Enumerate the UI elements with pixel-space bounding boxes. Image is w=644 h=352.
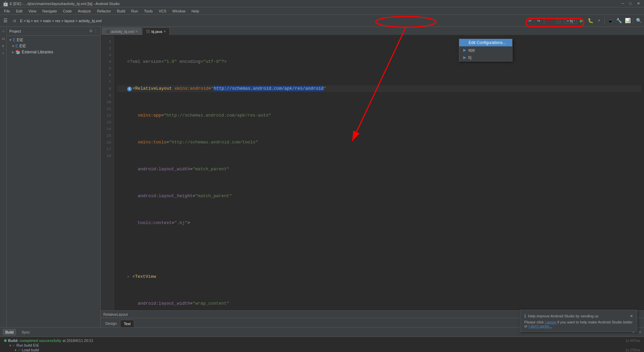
code-line-6: android:layout_height="match_parent" <box>117 193 641 200</box>
back-button[interactable]: ◁ <box>10 17 18 25</box>
toolbar-sep-4 <box>633 17 633 24</box>
tree-item-external-libs[interactable]: ▸ 📚 External Libraries <box>7 49 100 55</box>
avd-button[interactable]: 📱 <box>606 17 614 25</box>
redo-button[interactable]: ↪ <box>535 17 543 25</box>
menubar-item-help[interactable]: Help <box>189 8 202 14</box>
tree-item-label-2: E\E <box>19 44 26 48</box>
line-num-15: 15 <box>102 132 112 139</box>
notification-panel: ℹ Help improve Android Studio by sending… <box>520 310 637 332</box>
sidebar-settings-icon[interactable]: ⚙ <box>89 29 93 33</box>
maximize-button[interactable]: □ <box>628 1 633 6</box>
menubar-item-code[interactable]: Code <box>60 8 74 14</box>
main-layout: ◁ 🗂 ⚙ ⬇ Project ⚙ ⋮ ▾ E E\E ▾ E E\E <box>0 27 644 327</box>
tree-library-icon: 📚 <box>15 50 20 54</box>
left-panel-icons: ◁ 🗂 ⚙ ⬇ <box>0 27 7 327</box>
menubar-item-vcs[interactable]: VCS <box>156 8 169 14</box>
notification-info-icon: ℹ <box>524 313 526 319</box>
tab-java-icon: ⬛ <box>146 30 150 33</box>
sdk-button[interactable]: 🔧 <box>615 17 623 25</box>
build-time-2: 1s 270ms <box>620 348 640 352</box>
panel-icon-2[interactable]: ⚙ <box>0 43 6 49</box>
profile-button[interactable]: 📊 <box>624 17 632 25</box>
disagree-link[interactable]: I don't agree... <box>529 324 552 328</box>
menubar-item-window[interactable]: Window <box>170 8 188 14</box>
code-content[interactable]: <?xml version="1.0" encoding="utf-8"?> C… <box>114 36 644 310</box>
line-num-14: 14 <box>102 126 112 132</box>
sidebar-title: Project <box>9 29 21 33</box>
build-content: Build: completed successfully at 2018/6/… <box>0 337 644 352</box>
menubar-item-file[interactable]: File <box>1 8 13 14</box>
code-editor[interactable]: 1 2 3 4 5 6 7 8 9 10 11 12 13 14 15 16 1… <box>101 36 644 310</box>
layout-type: RelativeLayout <box>103 312 128 316</box>
code-line-4: xmlns:tools="http://schemas.android.com/… <box>117 139 641 146</box>
build-close-icon[interactable]: ✕ <box>639 329 641 335</box>
minimize-button[interactable]: ─ <box>620 1 626 6</box>
tab-text[interactable]: Text <box>120 320 134 327</box>
tree-item-root[interactable]: ▾ E E\E <box>7 37 100 43</box>
menubar-item-analyze[interactable]: Analyze <box>75 8 94 14</box>
titlebar-title: E [E\E] - ...bj\src\main\res\layout\acti… <box>10 2 120 6</box>
edit-configurations-item[interactable]: ✏ Edit Configurations... <box>459 39 512 46</box>
titlebar: 🤖 E [E\E] - ...bj\src\main\res\layout\ac… <box>0 0 644 7</box>
project-tree: ▾ E E\E ▾ E E\E ▸ 📚 External Libraries <box>7 36 100 327</box>
build-tab-label: Build <box>5 330 13 334</box>
search-button[interactable]: 🔍 <box>635 17 643 25</box>
line-num-11: 11 <box>102 105 112 112</box>
run-debug-button[interactable]: ▶ <box>546 17 554 25</box>
config-bj-item[interactable]: ▶ bj <box>459 54 512 61</box>
menubar-item-edit[interactable]: Edit <box>13 8 25 14</box>
line-num-10: 10 <box>102 99 112 105</box>
tab-design[interactable]: Design <box>102 320 120 327</box>
tab-text-label: Text <box>124 322 130 326</box>
sidebar-header: Project ⚙ ⋮ <box>7 27 100 36</box>
build-line-2[interactable]: ▾ ✓ Load build 1s 270ms <box>3 348 641 352</box>
stop-button[interactable]: ⬛ <box>554 17 562 25</box>
breadcrumb-toolbar: E > bj > src > main > res > layout > act… <box>19 19 103 23</box>
run-config-selector[interactable]: ▶ bj ▾ <box>566 18 577 24</box>
sync-tab[interactable]: Sync <box>19 329 32 336</box>
app-config-label: app <box>468 48 475 52</box>
run-button[interactable]: ▶ <box>578 17 586 25</box>
menubar-item-navigate[interactable]: Navigate <box>40 8 59 14</box>
project-view-button[interactable]: ☰ <box>1 17 9 25</box>
build-tab[interactable]: Build <box>3 329 16 336</box>
line-num-13: 13 <box>102 119 112 126</box>
build-time-label: at 2018/6/11 20:21 <box>62 339 93 343</box>
collapse-icon[interactable]: ◁ <box>0 28 6 34</box>
build-line-0[interactable]: Build: completed successfully at 2018/6/… <box>3 338 641 343</box>
tab-bj-java[interactable]: ⬛ bj.java ✕ <box>142 28 170 35</box>
tree-expand-icon-2: ▾ <box>12 44 14 48</box>
config-app-item[interactable]: ▶ app <box>459 46 512 54</box>
close-button[interactable]: ✕ <box>636 1 641 6</box>
sidebar: Project ⚙ ⋮ ▾ E E\E ▾ E E\E ▸ 📚 External… <box>7 27 101 327</box>
menubar-item-build[interactable]: Build <box>114 8 128 14</box>
build-line-1[interactable]: ▾ ✓ Run build E\E <box>3 343 641 348</box>
tabs-bar: ⬛ activity_bj.xml ✕ ⬛ bj.java ✕ <box>101 27 644 36</box>
tree-item-label-3: External Libraries <box>22 50 53 54</box>
bj-icon: ▶ <box>463 55 466 60</box>
toolbar-run-area: ↩ ↪ ▶ ⬛ ▶ bj ▾ ▶ 🐛 ⚡ 📱 🔧 📊 🔍 <box>526 17 643 25</box>
menubar-item-view[interactable]: View <box>26 8 39 14</box>
code-line-8 <box>117 247 641 253</box>
code-line-3: xmlns:app="http://schemas.android.com/ap… <box>117 112 641 119</box>
tree-item-module[interactable]: ▾ E E\E <box>7 43 100 49</box>
tree-item-label: E\E <box>17 38 23 42</box>
panel-icon-3[interactable]: ⬇ <box>0 50 6 56</box>
toolbar: ☰ ◁ E > bj > src > main > res > layout >… <box>0 15 644 27</box>
tab-activity-bj-xml[interactable]: ⬛ activity_bj.xml ✕ <box>102 28 142 35</box>
tab-close-xml[interactable]: ✕ <box>135 30 138 33</box>
coverage-button[interactable]: ⚡ <box>595 17 603 25</box>
toolbar-sep-3 <box>604 17 605 24</box>
agree-link[interactable]: I agree <box>545 320 556 324</box>
tab-close-java[interactable]: ✕ <box>163 30 166 33</box>
panel-icon-1[interactable]: 🗂 <box>0 36 6 42</box>
menubar-item-refactor[interactable]: Refactor <box>94 8 114 14</box>
app-icon: 🤖 <box>3 1 8 6</box>
notification-close[interactable]: ✕ <box>630 314 633 318</box>
menubar-item-tools[interactable]: Tools <box>141 8 155 14</box>
menubar-item-run[interactable]: Run <box>128 8 141 14</box>
sidebar-options-icon[interactable]: ⋮ <box>94 29 98 33</box>
line-num-6: 6 <box>102 72 112 79</box>
debug-button[interactable]: 🐛 <box>586 17 594 25</box>
undo-button[interactable]: ↩ <box>526 17 534 25</box>
